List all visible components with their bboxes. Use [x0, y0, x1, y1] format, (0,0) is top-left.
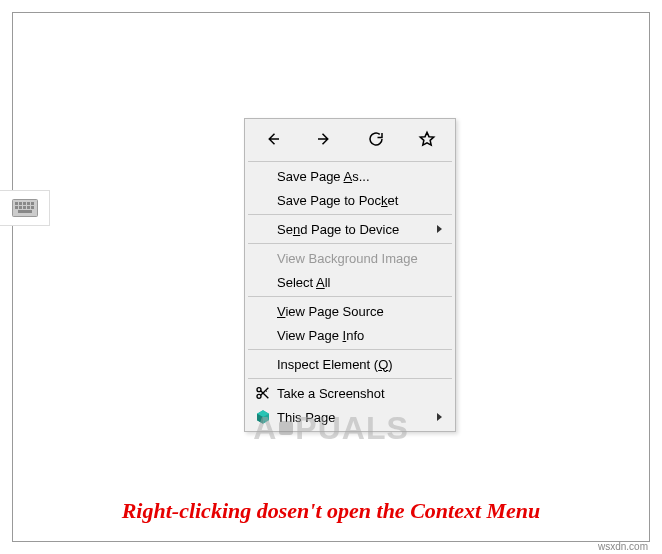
menu-item[interactable]: Save Page to Pocket: [247, 188, 453, 212]
menu-item-label: Take a Screenshot: [277, 386, 447, 401]
svg-rect-10: [31, 206, 34, 209]
svg-rect-11: [18, 210, 32, 213]
menu-item[interactable]: View Page Info: [247, 323, 453, 347]
menu-icon-empty: [253, 190, 273, 210]
menu-icon-empty: [253, 248, 273, 268]
back-arrow-icon: [264, 130, 282, 148]
nav-reload-button[interactable]: [358, 125, 394, 153]
menu-icon-empty: [253, 354, 273, 374]
nav-bookmark-button[interactable]: [409, 125, 445, 153]
keyboard-icon: [12, 199, 38, 217]
menu-item[interactable]: Save Page As...: [247, 164, 453, 188]
menu-item-label: View Page Source: [277, 304, 447, 319]
submenu-arrow-icon: [437, 413, 447, 421]
menu-icon-empty: [253, 325, 273, 345]
menu-item-label: Save Page As...: [277, 169, 447, 184]
menu-item: View Background Image: [247, 246, 453, 270]
menu-item[interactable]: Send Page to Device: [247, 217, 453, 241]
svg-rect-8: [23, 206, 26, 209]
forward-arrow-icon: [315, 130, 333, 148]
menu-item-label: View Page Info: [277, 328, 447, 343]
menu-item[interactable]: This Page: [247, 405, 453, 429]
star-icon: [418, 130, 436, 148]
svg-rect-2: [19, 202, 22, 205]
menu-item[interactable]: View Page Source: [247, 299, 453, 323]
menu-separator: [248, 378, 452, 379]
menu-item[interactable]: Select All: [247, 270, 453, 294]
menu-item[interactable]: Inspect Element (Q): [247, 352, 453, 376]
submenu-arrow-icon: [437, 225, 447, 233]
attribution-text: wsxdn.com: [598, 541, 648, 552]
menu-icon-empty: [253, 272, 273, 292]
menu-icon-empty: [253, 301, 273, 321]
context-menu-nav-row: [247, 121, 453, 159]
onscreen-keyboard-tab[interactable]: [0, 190, 50, 226]
menu-item[interactable]: Take a Screenshot: [247, 381, 453, 405]
menu-separator: [248, 214, 452, 215]
nav-forward-button[interactable]: [306, 125, 342, 153]
menu-icon-empty: [253, 166, 273, 186]
menu-item-label: Select All: [277, 275, 447, 290]
svg-rect-6: [15, 206, 18, 209]
svg-rect-4: [27, 202, 30, 205]
menu-item-label: Send Page to Device: [277, 222, 437, 237]
menu-item-label: View Background Image: [277, 251, 447, 266]
menu-separator: [248, 296, 452, 297]
svg-rect-3: [23, 202, 26, 205]
svg-rect-5: [31, 202, 34, 205]
scissors-icon: [253, 383, 273, 403]
reload-icon: [367, 130, 385, 148]
menu-separator: [248, 349, 452, 350]
annotation-caption: Right-clicking dosen't open the Context …: [0, 498, 662, 524]
menu-separator: [248, 243, 452, 244]
cube-teal-icon: [253, 407, 273, 427]
menu-item-label: Inspect Element (Q): [277, 357, 447, 372]
svg-rect-7: [19, 206, 22, 209]
menu-separator: [248, 161, 452, 162]
menu-item-label: Save Page to Pocket: [277, 193, 447, 208]
context-menu: Save Page As...Save Page to PocketSend P…: [244, 118, 456, 432]
menu-item-label: This Page: [277, 410, 437, 425]
svg-rect-1: [15, 202, 18, 205]
nav-back-button[interactable]: [255, 125, 291, 153]
menu-icon-empty: [253, 219, 273, 239]
svg-rect-9: [27, 206, 30, 209]
